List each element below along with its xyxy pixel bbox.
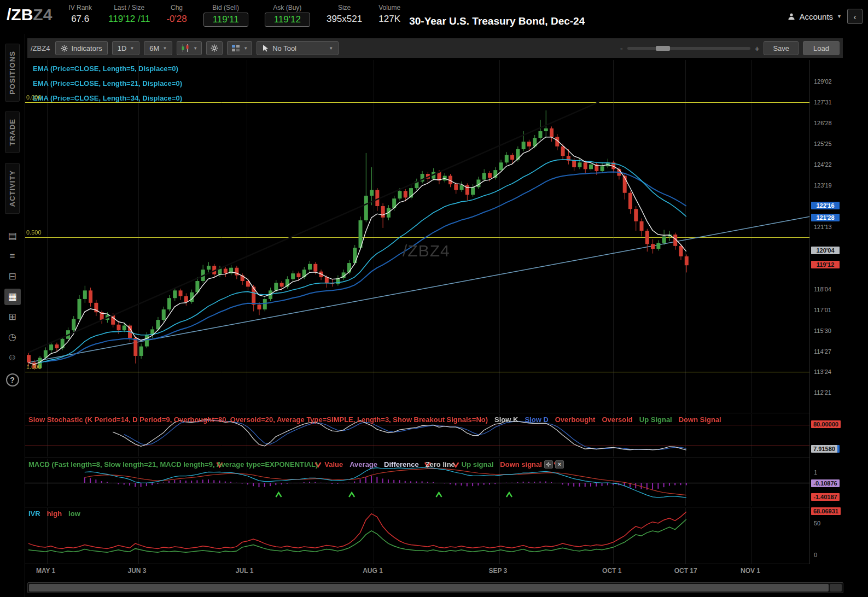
sidebar-tab-trade[interactable]: TRADE [5, 112, 20, 153]
layout-dropdown[interactable]: ▼ [227, 41, 252, 55]
stat-value: -0'28 [166, 14, 187, 25]
stat-bid-sell-[interactable]: Bid (Sell)119'11 [203, 0, 248, 27]
price-tick: 126'28 [814, 120, 832, 126]
zoom-slider[interactable] [627, 47, 750, 50]
fib-level-label: 0.500 [26, 229, 42, 236]
report-icon[interactable]: ▤ [4, 228, 21, 244]
candlestick-chart-icon [181, 44, 190, 52]
macd-value-badge: -0.10876 [811, 479, 840, 487]
timeframe-dropdown[interactable]: 1D▼ [112, 41, 140, 55]
time-axis-label: OCT 17 [674, 567, 697, 575]
chart-icon[interactable]: ▦ [4, 289, 21, 305]
macd-close-button[interactable]: × [555, 460, 564, 469]
stat-label: IV Rank [68, 4, 92, 11]
price-tick: 127'31 [814, 99, 832, 106]
orders-icon[interactable]: ⊟ [4, 268, 21, 285]
header-stats: IV Rank67.6Last / Size119'12 /11Chg-0'28… [52, 0, 400, 27]
stat-chg: Chg-0'28 [166, 0, 187, 27]
panel-divider [25, 413, 809, 413]
legend-item: Difference [384, 460, 419, 469]
macd-legend: ValueAverageDifferenceZero lineUp signal… [318, 460, 542, 469]
stochastic-legend: Slow KSlow DOverboughtOversoldUp SignalD… [488, 415, 721, 424]
price-tick: 118'04 [814, 286, 831, 292]
zoom-out-button[interactable]: - [620, 44, 623, 53]
stat-size: Size395x521 [327, 0, 362, 27]
dashboard-grid-icon[interactable]: ⊞ [4, 309, 21, 325]
cursor-pointer-icon [262, 44, 269, 52]
load-button[interactable]: Load [803, 41, 840, 55]
chart-toolbar: /ZBZ4 Indicators 1D▼ 6M▼ ▼ [27, 38, 843, 58]
sidebar-tabs: POSITIONSTRADEACTIVITY [5, 34, 20, 214]
fib-level-label: 0.000 [26, 94, 42, 101]
price-tick: 124'22 [814, 161, 832, 168]
ema-label: EMA (Price=CLOSE, Length=21, Displace=0) [33, 79, 182, 87]
layout-panes-icon [231, 44, 240, 52]
clients-icon[interactable]: ☺ [4, 349, 21, 366]
symbol: /ZBZ4 [7, 5, 52, 24]
stat-last-size: Last / Size119'12 /11 [108, 0, 150, 27]
price-tick: 115'30 [814, 327, 831, 334]
legend-item: Down Signal [679, 415, 721, 424]
help-icon[interactable]: ? [6, 373, 19, 387]
symbol-root: /ZB [7, 5, 33, 24]
zoom-in-button[interactable]: + [755, 44, 760, 53]
ema-label: EMA (Price=CLOSE, Length=5, Displace=0) [33, 65, 178, 73]
range-dropdown[interactable]: 6M▼ [144, 41, 172, 55]
price-badge: 119'12 [811, 261, 840, 268]
ivr-title: IVR [28, 510, 40, 518]
ivr-header: IVR highlow [28, 510, 807, 518]
stat-label: Chg [166, 4, 187, 11]
chevron-down-icon: ▼ [130, 46, 134, 51]
chart-watermark: /ZBZ4 [403, 242, 450, 260]
legend-item: low [68, 510, 80, 518]
chart-settings-button[interactable] [206, 41, 223, 55]
price-tick: 123'19 [814, 182, 832, 189]
drawing-tool-dropdown[interactable]: No Tool ▼ [257, 41, 339, 55]
macd-settings-button[interactable] [544, 460, 553, 469]
stochastic-value-badge: 80.00000 [811, 420, 841, 428]
zoom-slider-handle[interactable] [656, 46, 670, 51]
chart-type-dropdown[interactable]: ▼ [177, 41, 202, 55]
macd-axis-tick: 1 [814, 469, 817, 476]
sidebar-tab-activity[interactable]: ACTIVITY [5, 163, 20, 214]
legend-item: Overbought [555, 415, 596, 424]
ivr-legend: highlow [40, 510, 80, 518]
indicators-button[interactable]: Indicators [55, 41, 107, 55]
collapse-panel-button[interactable]: ‹ [847, 9, 863, 24]
panel-divider [25, 458, 809, 458]
legend-item: Average [349, 460, 377, 469]
time-axis-label: AUG 1 [363, 567, 383, 575]
header: /ZBZ4 IV Rank67.6Last / Size119'12 /11Ch… [0, 0, 868, 34]
time-axis-label: JUL 1 [236, 567, 253, 575]
stat-value: 119'12 /11 [108, 14, 150, 25]
candlestick-canvas[interactable] [25, 60, 809, 413]
accounts-label: Accounts [799, 12, 833, 21]
stat-value[interactable]: 119'12 [265, 13, 310, 27]
indicators-label: Indicators [71, 44, 102, 52]
horizontal-scrollbar[interactable] [27, 582, 843, 593]
header-right: Accounts ▼ ‹ [788, 9, 863, 24]
tool-label: No Tool [272, 44, 296, 52]
accounts-menu[interactable]: Accounts ▼ [788, 12, 842, 21]
save-button[interactable]: Save [764, 41, 799, 55]
price-tick: 114'27 [814, 348, 831, 355]
stat-value: 67.6 [68, 14, 92, 25]
stat-ask-buy-[interactable]: Ask (Buy)119'12 [265, 0, 310, 27]
legend-item: Up signal [462, 460, 494, 469]
stochastic-header: Slow Stochastic (K Period=14, D Period=9… [28, 415, 807, 424]
chevron-down-icon: ▼ [243, 46, 248, 51]
legend-item: Up Signal [639, 415, 672, 424]
price-tick: 125'25 [814, 141, 832, 147]
stat-value[interactable]: 119'11 [203, 13, 248, 27]
scrollbar-handle[interactable] [29, 584, 829, 592]
list-icon[interactable]: ≡ [4, 248, 21, 265]
stat-iv-rank: IV Rank67.6 [68, 0, 92, 27]
history-clock-icon[interactable]: ◷ [4, 329, 21, 346]
chart-region: /ZBZ4 Indicators 1D▼ 6M▼ ▼ [25, 34, 868, 597]
trading-platform: /ZBZ4 IV Rank67.6Last / Size119'12 /11Ch… [0, 0, 868, 597]
legend-item: Zero line [426, 460, 455, 469]
sidebar-tab-positions[interactable]: POSITIONS [5, 44, 20, 102]
price-tick: 117'01 [814, 307, 831, 313]
range-value: 6M [149, 44, 159, 52]
time-axis: MAY 1JUN 3JUL 1AUG 1SEP 3OCT 1OCT 17NOV … [25, 564, 809, 578]
